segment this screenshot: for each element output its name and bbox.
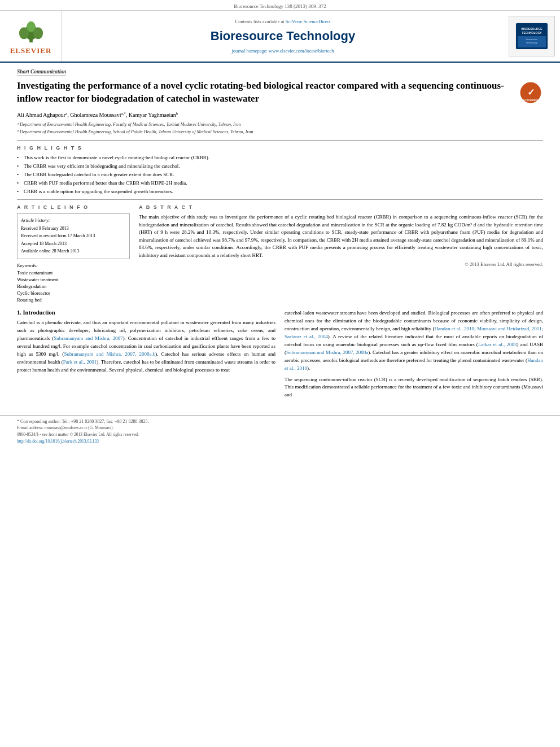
journal-logo-icon: BIORESOURCE TECHNOLOGY bioresource techn… (515, 22, 549, 50)
authors-line: Ali Ahmad Aghapoura, Gholamreza Moussavi… (17, 111, 543, 118)
author2: Gholamreza Moussavi (70, 112, 121, 118)
svg-point-4 (27, 21, 35, 32)
crossmark-badge[interactable]: ✓ CrossMark (518, 80, 543, 105)
article-type-label: Short Communication (17, 69, 66, 76)
journal-title: Bioresource Technology (211, 29, 355, 43)
section-divider-1 (17, 140, 543, 141)
ref-handan-2010b[interactable]: Handan et al., 2010 (285, 357, 543, 371)
footer-email-address[interactable]: moussavi@modares.ac.ir (45, 425, 88, 430)
article-history-label: Article history: (21, 217, 126, 223)
ref-subramanyam-2007[interactable]: Subramanyam and Mishra, 2007 (54, 335, 123, 341)
article-info-column: A R T I C L E I N F O Article history: R… (17, 204, 130, 304)
body-section: 1. Introduction Catechol is a phenolic d… (17, 309, 543, 403)
keywords-list: Toxic contaminant Wastewater treatment B… (17, 270, 130, 303)
highlight-item-4: CRBR with PUF media performed better tha… (17, 180, 543, 186)
highlights-list: This work is the first to demonstrate a … (17, 154, 543, 195)
keyword-4: Cyclic bioreactor (17, 290, 130, 296)
journal-center: Contents lists available at SciVerse Sci… (62, 11, 504, 62)
journal-reference-bar: Bioresource Technology 138 (2013) 369–37… (0, 0, 560, 11)
footer-email-name: (G. Moussavi). (88, 425, 113, 430)
intro-para2: catechol-laden wastewater streams have b… (285, 309, 543, 373)
crossmark-icon: ✓ CrossMark (520, 82, 541, 103)
highlight-item-3: The CRBR biodegraded catechol to a much … (17, 171, 543, 178)
svg-text:TECHNOLOGY: TECHNOLOGY (522, 31, 542, 34)
doi-link[interactable]: http://dx.doi.org/10.1016/j.biortech.201… (17, 439, 99, 444)
keywords-label: Keywords: (17, 263, 130, 268)
abstract-column: A B S T R A C T The main objective of th… (139, 204, 543, 304)
journal-homepage: journal homepage: www.elsevier.com/locat… (231, 48, 334, 54)
footer-email: E-mail address: moussavi@modares.ac.ir (… (17, 425, 543, 430)
keyword-5: Rotating bed (17, 297, 130, 303)
intro-heading: 1. Introduction (17, 309, 275, 316)
elsevier-logo-area: ELSEVIER (0, 11, 62, 62)
body-col-left: 1. Introduction Catechol is a phenolic d… (17, 309, 275, 403)
author3: Kamyar Yaghmaeian (129, 112, 176, 118)
section-divider-2 (17, 199, 543, 200)
affiliation-b: ᵇ Department of Environmental Health Eng… (17, 129, 543, 135)
history-revised: Received in revised form 17 March 2013 (21, 233, 126, 239)
highlight-item-5: CRBR is a viable option for upgrading th… (17, 188, 543, 195)
article-content: Short Communication Investigating the pe… (0, 63, 560, 408)
intro-para1: Catechol is a phenolic derivate, and thu… (17, 319, 275, 374)
ref-subramanyam-mishra[interactable]: Subramanyam and Mishra, 2007, 2008a (286, 350, 368, 355)
corresponding-note: * Corresponding author. Tel.: +98 21 828… (17, 419, 543, 424)
keyword-3: Biodegradation (17, 283, 130, 289)
sciverse-line: Contents lists available at SciVerse Sci… (235, 19, 331, 24)
author1: Ali Ahmad Aghapour (17, 112, 65, 118)
ref-subramanyam-2007b[interactable]: Subramanyam and Mishra, 2007, 2008a,b (64, 351, 155, 357)
svg-text:bioresource: bioresource (526, 38, 539, 41)
svg-text:BIORESOURCE: BIORESOURCE (521, 27, 542, 30)
keyword-2: Wastewater treatment (17, 277, 130, 282)
footer-doi: http://dx.doi.org/10.1016/j.biortech.201… (17, 439, 543, 444)
ref-park-2001[interactable]: Park et al., 2001 (63, 359, 97, 365)
journal-header: ELSEVIER Contents lists available at Sci… (0, 11, 560, 63)
affiliation-a: ᵃ Department of Environmental Health Eng… (17, 121, 543, 128)
email-label: E-mail address: (17, 425, 43, 430)
abstract-text: The main objective of this study was to … (139, 213, 543, 259)
highlights-title: H I G H L I G H T S (17, 145, 543, 151)
sciverse-link[interactable]: SciVerse ScienceDirect (286, 19, 331, 24)
article-title: Investigating the performance of a novel… (17, 80, 543, 106)
intro-para3: The sequencing continuous-inflow reactor… (285, 376, 543, 400)
ref-handan-2010[interactable]: Handan et al., 2010; Moussavi and Heidar… (285, 326, 543, 339)
article-history-box: Article history: Received 9 February 201… (17, 213, 130, 259)
abstract-col-title: A B S T R A C T (139, 204, 543, 210)
footer-front-matter: 0960-8524/$ - see front matter © 2013 El… (17, 432, 543, 437)
history-online: Available online 28 March 2013 (21, 248, 126, 254)
page: Bioresource Technology 138 (2013) 369–37… (0, 0, 560, 747)
page-footer: * Corresponding author. Tel.: +98 21 828… (0, 415, 560, 449)
highlight-item-2: The CRBR was very efficient in biodegrad… (17, 163, 543, 169)
highlight-item-1: This work is the first to demonstrate a … (17, 154, 543, 161)
history-accepted: Accepted 18 March 2013 (21, 241, 126, 247)
journal-logo-right: BIORESOURCE TECHNOLOGY bioresource techn… (504, 11, 560, 62)
keyword-1: Toxic contaminant (17, 270, 130, 276)
highlights-section: H I G H L I G H T S This work is the fir… (17, 145, 543, 195)
abstract-copyright: © 2013 Elsevier Ltd. All rights reserved… (139, 261, 543, 267)
svg-text:✓: ✓ (527, 88, 534, 97)
body-col-right: catechol-laden wastewater streams have b… (285, 309, 543, 403)
ref-latkar-2003[interactable]: Latkar et al., 2003 (478, 342, 517, 347)
svg-text:technology: technology (526, 41, 537, 44)
journal-logo-box: BIORESOURCE TECHNOLOGY bioresource techn… (509, 16, 555, 56)
journal-reference-text: Bioresource Technology 138 (2013) 369–37… (234, 3, 326, 9)
elsevier-tree-icon (11, 17, 51, 44)
elsevier-brand-text: ELSEVIER (10, 46, 52, 55)
history-received: Received 9 February 2013 (21, 225, 126, 231)
svg-text:CrossMark: CrossMark (523, 98, 538, 102)
article-title-text: Investigating the performance of a novel… (17, 80, 504, 104)
article-info-abstract-section: A R T I C L E I N F O Article history: R… (17, 204, 543, 304)
article-info-col-title: A R T I C L E I N F O (17, 204, 130, 210)
